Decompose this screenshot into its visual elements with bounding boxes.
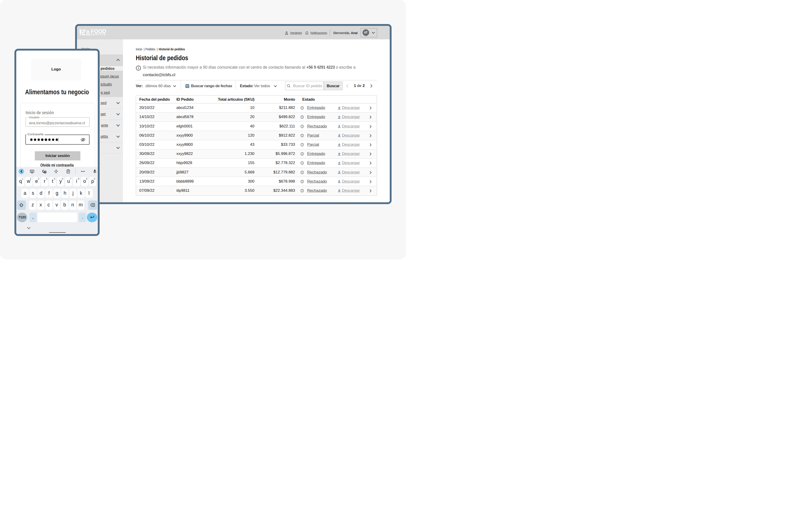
svg-text:B: B [86,29,90,34]
svg-text:SERVICE: SERVICE [91,33,106,35]
